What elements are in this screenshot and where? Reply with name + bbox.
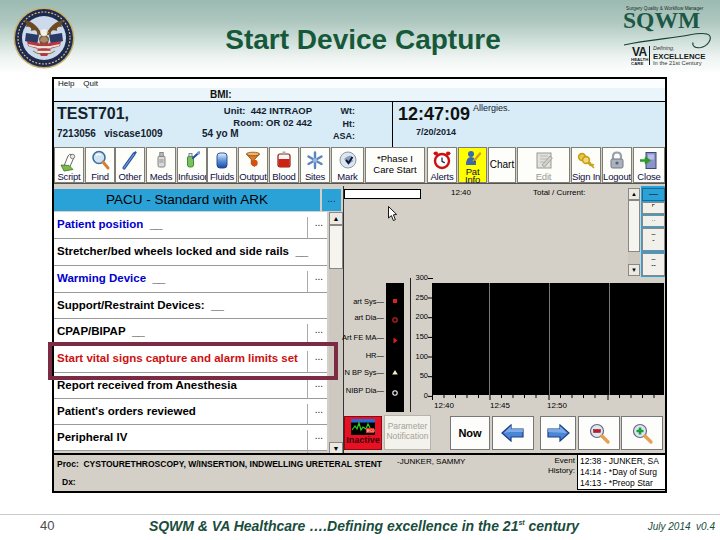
svg-text:ECG: ECG: [367, 428, 375, 433]
